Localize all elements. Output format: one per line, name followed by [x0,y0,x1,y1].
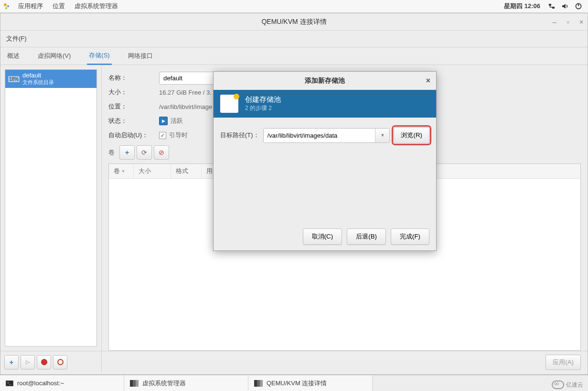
tab-bar: 概述 虚拟网络(V) 存储(S) 网络接口 [0,47,588,65]
power-icon[interactable] [574,2,583,11]
value-autostart: 引导时 [169,131,188,140]
gnome-logo-icon [3,2,11,10]
window-menubar: 文件(F) [0,31,588,47]
pool-name: default [22,72,54,79]
delete-pool-button[interactable] [53,355,67,369]
cancel-button[interactable]: 取消(C) [303,228,342,245]
dialog-step: 2 的步骤 2 [245,104,281,112]
storage-pool-sidebar: 18% default 文件系统目录 [0,65,102,351]
label-volumes: 卷 [108,148,115,157]
dialog-titlebar: 添加新存储池 × [214,72,436,90]
browse-button[interactable]: 浏览(R) [394,127,429,143]
menu-virt-manager[interactable]: 虚拟系统管理器 [70,0,123,13]
minimize-button[interactable]: – [551,19,558,25]
col-format[interactable]: 格式 [171,164,202,178]
watermark: 亿速云 [552,380,583,389]
dialog-footer: 取消(C) 后退(B) 完成(F) [214,223,436,250]
virt-manager-icon [130,380,139,387]
storage-pool-list: 18% default 文件系统目录 [5,69,97,347]
clock[interactable]: 星期四 12:06 [499,2,545,11]
label-name: 名称： [108,74,159,82]
refresh-volumes-button[interactable]: ⟳ [137,145,152,160]
virt-manager-icon [254,380,263,387]
taskbar-connection-details[interactable]: QEMU/KVM 连接详情 [248,375,373,391]
network-icon[interactable] [547,2,556,11]
col-size[interactable]: 大小 [134,164,171,178]
tab-network-interface[interactable]: 网络接口 [126,48,155,64]
storage-pool-item-default[interactable]: 18% default 文件系统目录 [5,70,96,88]
value-size: 16.27 GiB Free / 3. [159,89,212,96]
finish-button[interactable]: 完成(F) [391,228,429,245]
watermark-logo-icon [552,380,564,389]
add-pool-button[interactable]: + [4,355,19,369]
label-size: 大小： [108,88,159,97]
checkbox-autostart[interactable] [159,132,166,139]
add-storage-pool-dialog: 添加新存储池 × 创建存储池 2 的步骤 2 目标路径(T)： ▼ 浏览(R) … [213,71,437,251]
menu-places[interactable]: 位置 [48,0,70,13]
add-volume-button[interactable]: + [119,145,135,160]
state-active-icon [159,117,168,125]
target-path-input[interactable] [264,129,375,142]
svg-rect-3 [549,4,551,6]
menu-file[interactable]: 文件(F) [2,33,31,45]
dialog-heading: 创建存储池 [245,95,281,104]
close-button[interactable]: × [578,19,585,25]
storage-new-icon [220,95,238,113]
menu-applications[interactable]: 应用程序 [13,0,48,13]
taskbar-virt-manager[interactable]: 虚拟系统管理器 [124,375,248,391]
dialog-title: 添加新存储池 [305,76,345,85]
window-titlebar: QEMU/KVM 连接详情 – ▫ × [0,13,588,31]
svg-point-1 [7,5,9,7]
start-pool-button[interactable]: ▷ [21,355,35,369]
dialog-close-button[interactable]: × [426,76,430,85]
pool-usage-badge: 18% [8,76,20,82]
desktop-taskbar: root@localhost:~ 虚拟系统管理器 QEMU/KVM 连接详情 亿… [0,375,588,391]
target-path-dropdown-button[interactable]: ▼ [375,129,389,142]
value-location: /var/lib/libvirt/image [159,103,212,110]
apply-button[interactable]: 应用(A) [545,355,581,370]
svg-rect-4 [552,7,555,9]
col-volume[interactable]: 卷▼ [109,164,134,178]
tab-storage[interactable]: 存储(S) [87,47,111,65]
desktop-top-panel: 应用程序 位置 虚拟系统管理器 星期四 12:06 [0,0,588,13]
back-button[interactable]: 后退(B) [347,228,386,245]
window-title: QEMU/KVM 连接详情 [261,18,326,26]
dialog-header: 创建存储池 2 的步骤 2 [214,90,436,118]
label-target-path: 目标路径(T)： [220,131,259,140]
label-location: 位置： [108,102,159,111]
tab-overview[interactable]: 概述 [5,48,21,64]
pool-type: 文件系统目录 [22,79,54,86]
details-footer: 应用(A) [102,351,588,373]
target-path-combo[interactable]: ▼ [263,128,390,143]
terminal-icon [6,380,13,386]
volume-icon[interactable] [561,2,569,11]
stop-pool-button[interactable] [37,355,51,369]
sidebar-footer-toolbar: + ▷ [0,351,102,373]
label-autostart: 自动启动(U)： [108,131,159,140]
label-state: 状态： [108,117,159,125]
delete-volume-button[interactable]: ⊘ [154,145,169,160]
value-state: 活跃 [171,117,183,125]
svg-point-2 [5,7,7,9]
svg-point-0 [4,3,7,6]
maximize-button[interactable]: ▫ [565,19,571,25]
tab-virtual-network[interactable]: 虚拟网络(V) [36,48,73,64]
taskbar-terminal[interactable]: root@localhost:~ [0,375,124,391]
